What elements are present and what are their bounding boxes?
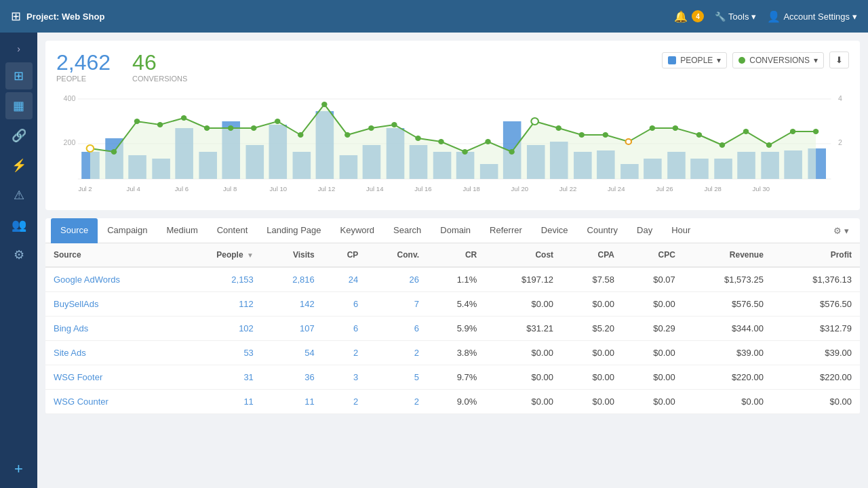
col-cr[interactable]: CR — [427, 243, 485, 267]
sidebar-item-alerts[interactable]: ⚠ — [5, 182, 33, 209]
svg-marker-39 — [90, 104, 816, 179]
account-settings-button[interactable]: 👤 Account Settings ▾ — [767, 10, 857, 23]
row-visits-5: 11 — [262, 390, 323, 414]
svg-point-52 — [368, 125, 374, 131]
col-profit[interactable]: Profit — [772, 243, 860, 267]
sidebar-toggle[interactable]: › — [12, 38, 26, 60]
col-people[interactable]: People ▼ — [177, 243, 262, 267]
row-cpc-0: $0.07 — [623, 267, 684, 292]
svg-text:Jul 24: Jul 24 — [608, 186, 625, 192]
table-card: Source Campaign Medium Content Landing P… — [45, 218, 860, 414]
tab-bar: Source Campaign Medium Content Landing P… — [45, 218, 860, 243]
svg-text:Jul 12: Jul 12 — [318, 186, 335, 192]
col-visits[interactable]: Visits — [262, 243, 323, 267]
svg-text:Jul 28: Jul 28 — [704, 186, 721, 192]
col-conv[interactable]: Conv. — [366, 243, 427, 267]
sidebar-item-links[interactable]: 🔗 — [5, 122, 33, 149]
svg-text:Jul 4: Jul 4 — [127, 186, 140, 192]
sidebar-item-funnel[interactable]: ⚡ — [5, 152, 33, 179]
tab-referrer[interactable]: Referrer — [480, 218, 532, 243]
data-table: Source People ▼ Visits CP Conv. CR Cost … — [45, 243, 860, 414]
row-cpc-4: $0.00 — [623, 365, 684, 390]
row-people-1: 112 — [177, 292, 262, 317]
top-navigation: ⊞ Project: Web Shop 🔔 4 🔧 Tools ▾ 👤 Acco… — [0, 0, 868, 33]
row-visits-2: 107 — [262, 317, 323, 341]
tab-source[interactable]: Source — [51, 218, 98, 243]
chart-area: 400 200 4 2 — [56, 91, 849, 199]
svg-point-53 — [391, 122, 397, 127]
sidebar-item-analytics[interactable]: ▦ — [5, 92, 33, 119]
notification-badge: 4 — [692, 10, 704, 22]
col-cpa[interactable]: CPA — [561, 243, 623, 267]
tab-device[interactable]: Device — [532, 218, 578, 243]
col-revenue[interactable]: Revenue — [684, 243, 772, 267]
tab-domain[interactable]: Domain — [431, 218, 480, 243]
tab-country[interactable]: Country — [578, 218, 628, 243]
tab-hour[interactable]: Hour — [662, 218, 700, 243]
svg-point-72 — [87, 145, 94, 152]
row-source-0[interactable]: Google AdWords — [45, 267, 177, 292]
svg-point-44 — [181, 115, 187, 121]
download-button[interactable]: ⬇ — [829, 52, 849, 68]
row-source-5[interactable]: WSG Counter — [45, 390, 177, 414]
tab-campaign[interactable]: Campaign — [98, 218, 157, 243]
row-cr-3: 3.8% — [427, 341, 485, 365]
svg-text:Jul 18: Jul 18 — [462, 186, 479, 192]
row-source-3[interactable]: Site Ads — [45, 341, 177, 365]
row-conv-4: 5 — [366, 365, 427, 390]
row-cpa-0: $7.58 — [561, 267, 623, 292]
tab-keyword[interactable]: Keyword — [331, 218, 384, 243]
table-row: WSG Footer 31 36 3 5 9.7% $0.00 $0.00 $0… — [45, 365, 860, 390]
table-row: Bing Ads 102 107 6 6 5.9% $31.21 $5.20 $… — [45, 317, 860, 341]
col-cost[interactable]: Cost — [485, 243, 561, 267]
settings-gear-icon: ⚙ — [833, 226, 842, 236]
col-source[interactable]: Source — [45, 243, 177, 267]
svg-point-68 — [743, 129, 749, 134]
sidebar-item-dashboard[interactable]: ⊞ — [5, 62, 33, 89]
table-row: BuySellAds 112 142 6 7 5.4% $0.00 $0.00 … — [45, 292, 860, 317]
table-row: Site Ads 53 54 2 2 3.8% $0.00 $0.00 $0.0… — [45, 341, 860, 365]
tab-landing-page[interactable]: Landing Page — [257, 218, 330, 243]
row-revenue-2: $344.00 — [684, 317, 772, 341]
row-source-2[interactable]: Bing Ads — [45, 317, 177, 341]
table-settings-button[interactable]: ⚙ ▾ — [828, 220, 854, 241]
svg-point-51 — [344, 132, 351, 138]
row-profit-2: $312.79 — [772, 317, 860, 341]
row-source-1[interactable]: BuySellAds — [45, 292, 177, 317]
tab-content[interactable]: Content — [208, 218, 258, 243]
people-count: 2,462 — [56, 52, 111, 73]
nav-logo-icon: ⊞ — [11, 9, 21, 24]
wrench-icon: 🔧 — [715, 12, 726, 22]
conversions-dropdown[interactable]: CONVERSIONS ▾ — [732, 52, 824, 68]
notification-area[interactable]: 🔔 4 — [674, 10, 704, 23]
row-source-4[interactable]: WSG Footer — [45, 365, 177, 390]
sidebar-item-add[interactable]: + — [5, 455, 33, 483]
people-dropdown[interactable]: PEOPLE ▾ — [662, 52, 727, 68]
row-revenue-0: $1,573.25 — [684, 267, 772, 292]
tab-search[interactable]: Search — [384, 218, 431, 243]
tab-medium[interactable]: Medium — [157, 218, 207, 243]
tools-button[interactable]: 🔧 Tools ▾ — [715, 12, 756, 22]
sidebar-item-people[interactable]: 👥 — [5, 211, 33, 239]
col-cp[interactable]: CP — [323, 243, 367, 267]
project-title[interactable]: Project: Web Shop — [26, 12, 104, 22]
svg-point-62 — [603, 132, 609, 138]
svg-text:Jul 8: Jul 8 — [223, 186, 237, 192]
sidebar: › ⊞ ▦ 🔗 ⚡ ⚠ 👥 ⚙ + — [0, 33, 37, 488]
table-row: WSG Counter 11 11 2 2 9.0% $0.00 $0.00 $… — [45, 390, 860, 414]
svg-point-56 — [462, 149, 468, 155]
sidebar-item-settings[interactable]: ⚙ — [5, 241, 33, 268]
col-cpc[interactable]: CPC — [623, 243, 684, 267]
tab-day[interactable]: Day — [627, 218, 662, 243]
table-row: Google AdWords 2,153 2,816 24 26 1.1% $1… — [45, 267, 860, 292]
svg-point-55 — [438, 139, 444, 144]
row-cpa-2: $5.20 — [561, 317, 623, 341]
row-cp-5: 2 — [323, 390, 367, 414]
row-profit-4: $220.00 — [772, 365, 860, 390]
conversions-chevron-icon: ▾ — [814, 56, 818, 65]
row-visits-1: 142 — [262, 292, 323, 317]
bell-icon: 🔔 — [674, 10, 688, 23]
row-cp-4: 3 — [323, 365, 367, 390]
svg-point-69 — [766, 142, 772, 148]
row-profit-3: $39.00 — [772, 341, 860, 365]
